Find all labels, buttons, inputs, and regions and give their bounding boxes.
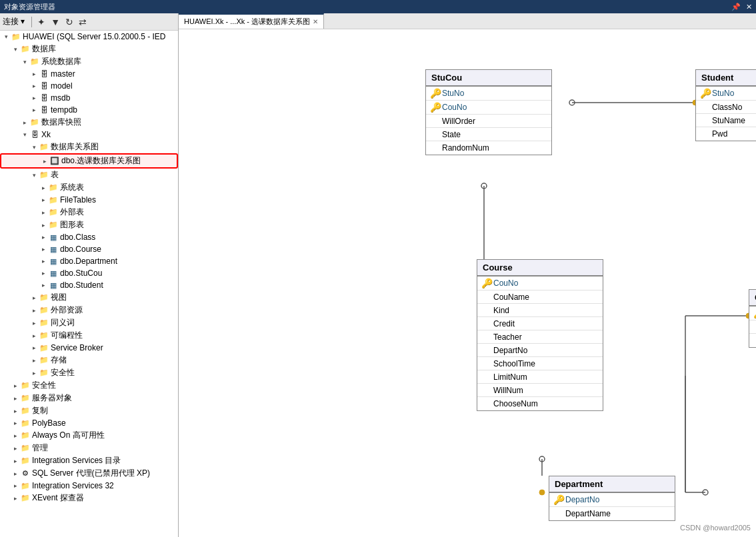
expand-icon[interactable]: ▸: [29, 331, 39, 340]
tree-item-programmability[interactable]: ▸ 📁 可编程性: [0, 329, 178, 342]
expand-icon[interactable]: ▾: [29, 171, 39, 180]
expand-icon[interactable]: ▸: [39, 183, 48, 193]
tree-item-storage[interactable]: ▸ 📁 存储: [0, 354, 178, 366]
expand-icon[interactable]: ▸: [39, 233, 48, 242]
expand-icon[interactable]: ▸: [11, 481, 20, 490]
tree-item-msdb[interactable]: ▸ 🗄 msdb: [0, 92, 178, 104]
tree-item-graphtables[interactable]: ▸ 📁 图形表: [0, 219, 178, 231]
table-icon: ▦: [48, 280, 59, 290]
expand-icon[interactable]: ▸: [39, 221, 48, 230]
expand-icon[interactable]: ▾: [1, 32, 11, 41]
expand-icon[interactable]: ▸: [11, 431, 20, 440]
tree-item-xk[interactable]: ▾ 🗄 Xk: [0, 129, 178, 141]
tree-item-class[interactable]: ▸ ▦ dbo.Class: [0, 231, 178, 243]
tree-item-replication[interactable]: ▸ 📁 复制: [0, 404, 178, 417]
tree-item-server[interactable]: ▾ 📁 HUAWEI (SQL Server 15.0.2000.5 - IED: [0, 31, 178, 43]
db-table-class[interactable]: Class 🔑 ClassNo DepartNo ClassName: [749, 289, 756, 348]
tree-item-tempdb[interactable]: ▸ 🗄 tempdb: [0, 104, 178, 116]
db-table-department[interactable]: Department 🔑 DepartNo DepartName: [549, 476, 675, 521]
connect-label: 连接 ▾: [3, 16, 25, 27]
tree-item-polybase[interactable]: ▸ 📁 PolyBase: [0, 417, 178, 429]
expand-icon[interactable]: ▸: [39, 195, 48, 205]
tree-item-sqlserver[interactable]: ▸ ⚙ SQL Server 代理(已禁用代理 XP): [0, 467, 178, 480]
tree-item-serverobj[interactable]: ▸ 📁 服务器对象: [0, 392, 178, 404]
tree-item-tables[interactable]: ▾ 📁 表: [0, 169, 178, 181]
expand-icon[interactable]: ▸: [39, 268, 48, 278]
expand-icon[interactable]: ▸: [39, 280, 48, 290]
close-title-icon[interactable]: ✕: [746, 3, 752, 11]
expand-icon[interactable]: ▸: [11, 418, 20, 428]
tree-item-servicebroker[interactable]: ▸ 📁 Service Broker: [0, 342, 178, 354]
expand-icon[interactable]: ▸: [11, 469, 20, 478]
db-table-course[interactable]: Course 🔑 CouNo CouName Kind Credit: [477, 259, 603, 411]
tree-item-stucou[interactable]: ▸ ▦ dbo.StuCou: [0, 267, 178, 279]
refresh-btn[interactable]: ↻: [64, 17, 75, 27]
tree-item-integration32[interactable]: ▸ 📁 Integration Services 32: [0, 480, 178, 492]
tree-item-integrationdir[interactable]: ▸ 📁 Integration Services 目录: [0, 454, 178, 467]
new-query-btn[interactable]: ✦: [36, 17, 47, 27]
table-header: Course: [477, 260, 603, 276]
expand-icon[interactable]: ▸: [11, 494, 20, 503]
diagram-area[interactable]: StuCou 🔑 StuNo 🔑 CouNo WillOrder State: [179, 29, 756, 537]
tree-item-course[interactable]: ▸ ▦ dbo.Course: [0, 243, 178, 255]
expand-icon[interactable]: ▸: [11, 381, 20, 390]
tree-item-dbdiagram[interactable]: ▾ 📁 数据库关系图: [0, 141, 178, 153]
expand-icon[interactable]: ▸: [11, 456, 20, 466]
expand-icon[interactable]: ▸: [11, 394, 20, 403]
expand-icon[interactable]: ▾: [29, 143, 39, 152]
nav-btn[interactable]: ⇄: [77, 17, 88, 27]
expand-icon[interactable]: ▸: [20, 118, 29, 127]
folder-icon: 📁: [48, 183, 59, 193]
tree-item-exttables[interactable]: ▸ 📁 外部表: [0, 206, 178, 219]
expand-icon[interactable]: ▸: [29, 368, 39, 378]
expand-icon[interactable]: ▸: [29, 318, 39, 328]
expand-icon[interactable]: ▾: [11, 45, 20, 54]
tree-item-systables[interactable]: ▸ 📁 系统表: [0, 181, 178, 194]
pin-icon[interactable]: 📌: [731, 3, 741, 11]
tree-item-systemdb[interactable]: ▾ 📁 系统数据库: [0, 55, 178, 68]
tree-item-dbsnap[interactable]: ▸ 📁 数据库快照: [0, 116, 178, 129]
table-row: WillNum: [477, 384, 603, 397]
tree-item-filetables[interactable]: ▸ 📁 FileTables: [0, 194, 178, 206]
tree-item-xevent[interactable]: ▸ 📁 XEvent 探查器: [0, 492, 178, 504]
tree-item-master[interactable]: ▸ 🗄 master: [0, 68, 178, 80]
expand-icon[interactable]: ▾: [20, 57, 29, 67]
expand-icon[interactable]: ▸: [39, 245, 48, 254]
expand-icon[interactable]: ▸: [11, 406, 20, 416]
expand-icon[interactable]: ▸: [29, 69, 39, 79]
expand-icon[interactable]: ▸: [29, 105, 39, 115]
tree-item-department[interactable]: ▸ ▦ dbo.Department: [0, 255, 178, 267]
tree-item-security2[interactable]: ▸ 📁 安全性: [0, 379, 178, 392]
expand-icon[interactable]: ▸: [39, 208, 48, 217]
expand-icon[interactable]: ▸: [29, 81, 39, 91]
db-table-stucou[interactable]: StuCou 🔑 StuNo 🔑 CouNo WillOrder State: [425, 69, 552, 155]
expand-icon[interactable]: ▾: [20, 130, 29, 139]
tree-item-views[interactable]: ▸ 📁 视图: [0, 291, 178, 304]
expand-icon[interactable]: ▸: [29, 306, 39, 315]
tab-close-icon[interactable]: ✕: [313, 18, 318, 25]
tree-item-student[interactable]: ▸ ▦ dbo.Student: [0, 279, 178, 291]
title-bar-label: 对象资源管理器: [4, 2, 55, 12]
expand-icon[interactable]: ▸: [29, 93, 39, 103]
tree-item-extresources[interactable]: ▸ 📁 外部资源: [0, 304, 178, 316]
tree-item-alwayson[interactable]: ▸ 📁 Always On 高可用性: [0, 429, 178, 442]
tree-label: 可编程性: [51, 330, 83, 341]
folder-icon: 📁: [39, 330, 49, 341]
expand-icon[interactable]: ▸: [29, 293, 39, 302]
tree-item-databases[interactable]: ▾ 📁 数据库: [0, 43, 178, 55]
expand-icon[interactable]: ▸: [29, 356, 39, 365]
tree-item-dbo_diagram[interactable]: ▸ 🔲 dbo.选课数据库关系图: [0, 153, 178, 169]
folder-icon: 📁: [48, 207, 59, 218]
expand-icon[interactable]: ▸: [40, 157, 49, 166]
tree-label: dbo.Course: [60, 245, 101, 254]
filter-btn[interactable]: ▼: [49, 17, 61, 27]
tree-item-model[interactable]: ▸ 🗄 model: [0, 80, 178, 92]
tree-item-management[interactable]: ▸ 📁 管理: [0, 442, 178, 454]
tree-item-synonyms[interactable]: ▸ 📁 同义词: [0, 316, 178, 329]
tree-item-security[interactable]: ▸ 📁 安全性: [0, 366, 178, 379]
expand-icon[interactable]: ▸: [39, 257, 48, 266]
expand-icon[interactable]: ▸: [29, 343, 39, 352]
db-table-student[interactable]: Student 🔑 StuNo ClassNo StuName Pwd: [695, 69, 756, 141]
tab-tab1[interactable]: HUAWEI.Xk - ...Xk - 选课数据库关系图 ✕: [179, 13, 324, 29]
expand-icon[interactable]: ▸: [11, 444, 20, 453]
